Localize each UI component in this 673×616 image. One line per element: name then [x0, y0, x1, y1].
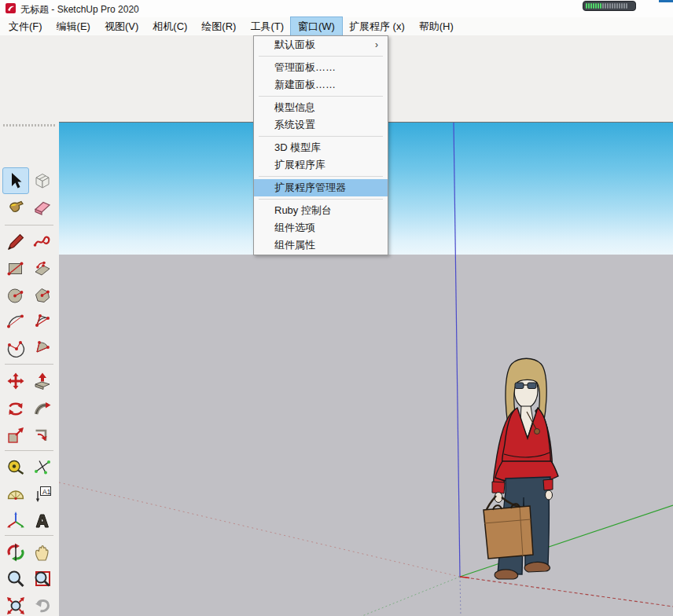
zoom-window-tool[interactable] [29, 566, 56, 592]
menu-view[interactable]: 视图(V) [97, 17, 145, 35]
palette-separator [5, 364, 53, 365]
menu-item-manage-trays[interactable]: 管理面板…… [254, 59, 388, 76]
make-component-tool[interactable] [29, 167, 56, 194]
eraser-tool[interactable] [29, 194, 56, 221]
select-tool[interactable] [2, 167, 29, 194]
menu-separator [259, 176, 383, 177]
title-bar: 无标题 - SketchUp Pro 2020 [0, 0, 673, 17]
pie-tool[interactable] [29, 334, 56, 361]
window-menu-dropdown: 默认面板 › 管理面板…… 新建面板…… 模型信息 系统设置 3D 模型库 扩展… [253, 35, 388, 255]
menu-separator [259, 56, 383, 57]
two-point-arc-tool[interactable] [29, 308, 56, 335]
orbit-tool[interactable] [2, 539, 29, 566]
rotate-tool[interactable] [2, 395, 29, 422]
previous-view-tool[interactable] [29, 592, 56, 616]
scale-tool[interactable] [2, 422, 29, 449]
freehand-tool[interactable] [29, 229, 56, 255]
menu-item-new-tray[interactable]: 新建面板…… [254, 76, 388, 94]
volume-indicator-overlay [583, 1, 636, 11]
pan-tool[interactable] [29, 539, 56, 566]
palette-separator [5, 535, 53, 536]
menu-item-extension-manager[interactable]: 扩展程序管理器 [254, 179, 388, 196]
menu-separator [259, 199, 383, 200]
palette-separator [5, 225, 53, 226]
menu-item-ruby-console[interactable]: Ruby 控制台 [254, 202, 388, 219]
palette-separator [5, 450, 53, 451]
menu-draw[interactable]: 绘图(R) [194, 17, 243, 35]
3d-text-tool[interactable] [29, 508, 56, 534]
dimension-tool[interactable] [29, 454, 56, 481]
menu-separator [259, 96, 383, 97]
menu-camera[interactable]: 相机(C) [145, 17, 194, 35]
menu-item-preferences[interactable]: 系统设置 [254, 116, 388, 134]
menu-item-component-attributes[interactable]: 组件属性 [254, 236, 388, 254]
follow-me-tool[interactable] [29, 395, 56, 422]
menu-bar: 文件(F) 编辑(E) 视图(V) 相机(C) 绘图(R) 工具(T) 窗口(W… [0, 17, 673, 36]
axes-tool[interactable] [2, 508, 29, 534]
sketchup-logo-icon [6, 3, 16, 13]
rotated-rectangle-tool[interactable] [29, 255, 56, 282]
menu-item-extension-warehouse[interactable]: 扩展程序库 [254, 156, 388, 174]
text-tool[interactable]: A1 [29, 481, 56, 508]
rectangle-tool[interactable] [2, 255, 29, 282]
menu-file[interactable]: 文件(F) [2, 17, 50, 35]
paint-bucket-tool[interactable] [2, 194, 29, 221]
offset-tool[interactable] [29, 422, 56, 449]
menu-extensions[interactable]: 扩展程序 (x) [342, 17, 412, 35]
move-tool[interactable] [2, 368, 29, 394]
menu-help[interactable]: 帮助(H) [412, 17, 461, 35]
polygon-tool[interactable] [29, 282, 56, 309]
circle-tool[interactable] [2, 282, 29, 309]
menu-item-component-options[interactable]: 组件选项 [254, 219, 388, 236]
palette-grip[interactable] [3, 124, 55, 126]
three-point-arc-tool[interactable] [2, 334, 29, 361]
line-tool[interactable] [2, 229, 29, 255]
svg-text:A1: A1 [42, 488, 51, 496]
tape-measure-tool[interactable] [2, 454, 29, 481]
menu-edit[interactable]: 编辑(E) [50, 17, 97, 35]
menu-item-3d-warehouse[interactable]: 3D 模型库 [254, 139, 388, 156]
large-tool-set: A1 [0, 122, 59, 616]
menu-window[interactable]: 窗口(W) [291, 17, 342, 35]
submenu-arrow-icon: › [375, 36, 378, 53]
push-pull-tool[interactable] [29, 368, 56, 394]
menu-tools[interactable]: 工具(T) [243, 17, 291, 35]
corner-overlay [659, 0, 673, 2]
menu-item-model-info[interactable]: 模型信息 [254, 99, 388, 116]
person-figure [484, 358, 558, 579]
zoom-tool[interactable] [2, 566, 29, 592]
arc-tool[interactable] [2, 308, 29, 335]
protractor-tool[interactable] [2, 481, 29, 508]
menu-separator [259, 136, 383, 137]
menu-item-default-tray[interactable]: 默认面板 › [254, 36, 388, 53]
zoom-extents-tool[interactable] [2, 592, 29, 616]
window-title: 无标题 - SketchUp Pro 2020 [20, 3, 139, 16]
